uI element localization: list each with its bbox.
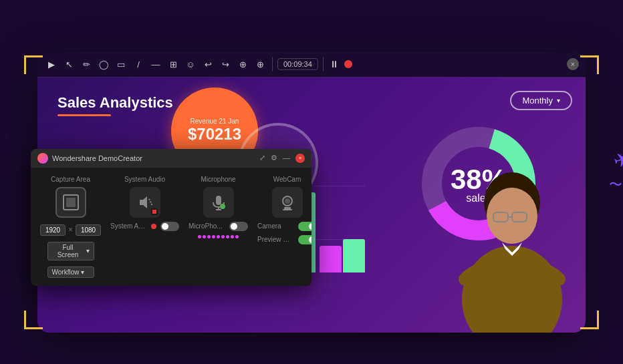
- monthly-dropdown[interactable]: Monthly ▾: [510, 91, 572, 110]
- dot-5: [217, 235, 220, 238]
- capture-icon-box[interactable]: [55, 187, 86, 218]
- svg-point-19: [285, 198, 290, 204]
- panel-body: Capture Area × Full Screen ▾: [31, 168, 312, 286]
- preview-toggle-knob: [309, 236, 312, 243]
- mic-toggle-knob: [231, 223, 237, 230]
- preview-control-row: Preview Camera: [257, 235, 312, 244]
- chevron-down-icon: ▾: [557, 97, 560, 104]
- circle-icon[interactable]: ◯: [96, 57, 111, 71]
- panel-close-button[interactable]: ×: [295, 154, 305, 163]
- svg-marker-12: [140, 196, 147, 208]
- capture-icon: [61, 193, 80, 212]
- expand-icon[interactable]: ⤢: [259, 154, 265, 163]
- workflow-dropdown[interactable]: Workflow ▾: [47, 266, 94, 278]
- fullscreen-dropdown[interactable]: Full Screen ▾: [47, 242, 94, 260]
- webcam-icon-box[interactable]: [272, 187, 303, 218]
- donut-area: Monthly ▾ 38% sales: [372, 77, 586, 333]
- revenue-label: Revenue 21 Jan: [191, 118, 239, 125]
- workflow-chevron-icon: ▾: [81, 268, 84, 276]
- dot-6: [221, 235, 225, 238]
- grid-icon[interactable]: ⊞: [166, 57, 180, 71]
- pen-icon[interactable]: ✏: [79, 57, 94, 71]
- mic-icon-box[interactable]: [203, 187, 234, 218]
- audio-icon-box[interactable]: [130, 187, 160, 218]
- play-icon[interactable]: ▶: [44, 57, 59, 71]
- rec-indicator: [344, 60, 352, 68]
- panel-header: Wondershare DemoCreator ⤢ ⚙ — ×: [31, 149, 312, 168]
- undo-icon[interactable]: ↩: [201, 57, 215, 71]
- demo-creator-panel: Wondershare DemoCreator ⤢ ⚙ — × Capture …: [31, 149, 312, 286]
- camera-toggle[interactable]: [298, 222, 312, 231]
- mic-control-label: MicroPho...: [189, 222, 225, 230]
- dot-8: [231, 235, 234, 238]
- panel-header-controls: ⤢ ⚙ — ×: [259, 154, 305, 163]
- revenue-amount: $70213: [188, 125, 241, 144]
- preview-toggle[interactable]: [298, 235, 312, 244]
- fullscreen-chevron-icon: ▾: [86, 247, 90, 254]
- magnify-icon[interactable]: ⊕: [253, 57, 267, 71]
- dot-4: [212, 235, 215, 238]
- settings-icon[interactable]: ⚙: [271, 154, 277, 163]
- rect-icon[interactable]: ▭: [114, 57, 128, 71]
- cursor-icon[interactable]: ↖: [61, 57, 76, 71]
- camera-control-row: Camera: [257, 222, 312, 231]
- res-separator: ×: [68, 225, 73, 234]
- webcam-label: WebCam: [273, 176, 301, 183]
- mic-icon: [210, 194, 227, 211]
- width-input[interactable]: [40, 224, 66, 236]
- copy-icon[interactable]: ⊕: [235, 57, 250, 71]
- camera-toggle-knob: [309, 223, 312, 230]
- audio-control-label: System Au...: [110, 222, 147, 230]
- fullscreen-label: Full Screen: [52, 244, 84, 258]
- minimize-icon[interactable]: —: [283, 154, 290, 163]
- dot-7: [226, 235, 229, 238]
- x-label-6: [320, 281, 365, 287]
- corner-bracket-tr: [580, 55, 599, 74]
- bar-green-6: [343, 239, 365, 272]
- panel-logo-icon: [37, 153, 48, 164]
- audio-toggle-knob: [162, 223, 168, 230]
- toolbar-sep-2: [323, 57, 324, 71]
- height-input[interactable]: [76, 224, 101, 236]
- svg-rect-21: [283, 209, 292, 210]
- toolbar-sep-1: [272, 57, 273, 71]
- webcam-section: WebCam Camera Preview Came: [257, 176, 312, 278]
- dot-2: [203, 235, 206, 238]
- mic-toggle[interactable]: [229, 222, 248, 231]
- redo-icon[interactable]: ↪: [218, 57, 233, 71]
- capture-section: Capture Area × Full Screen ▾: [40, 176, 101, 278]
- audio-control-row: System Au...: [110, 222, 179, 231]
- corner-bracket-tl: [24, 55, 43, 74]
- audio-mute-indicator: [151, 208, 158, 215]
- dot-9: [235, 235, 239, 238]
- camera-control-label: Camera: [257, 222, 294, 230]
- line-icon[interactable]: /: [131, 57, 146, 71]
- corner-bracket-br: [580, 311, 599, 329]
- panel-title: Wondershare DemoCreator: [52, 154, 255, 162]
- audio-label: System Audio: [124, 176, 165, 183]
- chart-underline: [57, 114, 111, 116]
- pause-button[interactable]: ⏸: [330, 59, 339, 69]
- main-container: ✈ 〜 ▶ ↖ ✏ ◯ ▭ / — ⊞ ☺ ↩ ↪ ⊕ ⊕ 00:09:34 ⏸…: [24, 15, 599, 349]
- bar-group-6: [320, 239, 365, 272]
- mic-control-row: MicroPho...: [189, 222, 248, 231]
- emoji-icon[interactable]: ☺: [183, 57, 198, 71]
- audio-section: System Audio System Au...: [110, 176, 179, 278]
- person-image: [445, 146, 579, 333]
- mic-section: Microphone MicroPho...: [189, 176, 248, 278]
- dash-icon[interactable]: —: [148, 57, 163, 71]
- webcam-icon: [279, 194, 296, 211]
- svg-point-17: [220, 204, 225, 209]
- audio-level-indicator: [198, 235, 239, 238]
- close-button[interactable]: ×: [567, 58, 579, 70]
- svg-line-13: [149, 199, 152, 206]
- mic-section-label: Microphone: [201, 176, 235, 183]
- resolution-row: ×: [40, 224, 101, 236]
- audio-toggle[interactable]: [160, 222, 179, 231]
- corner-bracket-bl: [24, 311, 43, 329]
- person-svg: [445, 146, 579, 333]
- paper-plane-icon: ✈: [611, 147, 623, 172]
- preview-control-label: Preview Camera: [257, 236, 294, 243]
- workflow-label: Workflow: [52, 268, 80, 276]
- dot-3: [207, 235, 211, 238]
